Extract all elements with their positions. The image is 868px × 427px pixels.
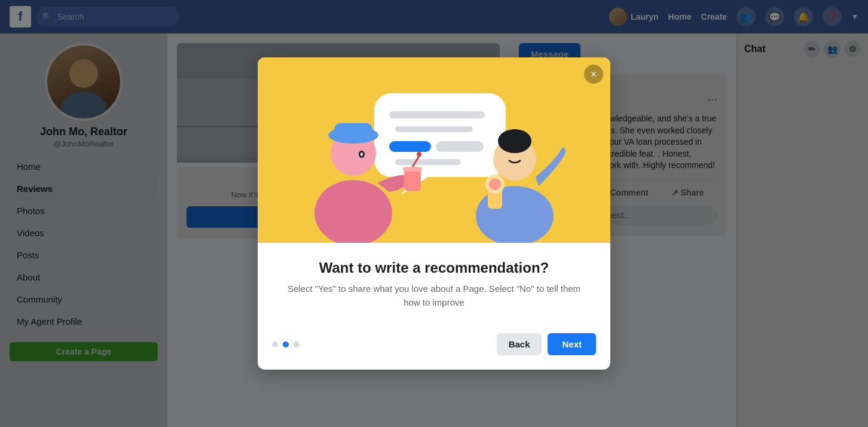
svg-point-21 bbox=[360, 152, 363, 156]
svg-point-16 bbox=[314, 180, 392, 243]
svg-rect-11 bbox=[389, 111, 485, 118]
modal-body: Want to write a recommendation? Select "… bbox=[258, 243, 610, 324]
svg-rect-14 bbox=[436, 141, 484, 152]
recommendation-modal: × bbox=[258, 57, 610, 370]
svg-point-29 bbox=[508, 129, 522, 144]
dot-2 bbox=[283, 341, 289, 347]
modal-footer: Back Next bbox=[258, 324, 610, 370]
svg-point-25 bbox=[417, 152, 421, 157]
svg-rect-23 bbox=[403, 167, 422, 172]
next-button[interactable]: Next bbox=[548, 333, 596, 355]
back-button[interactable]: Back bbox=[497, 333, 542, 355]
pagination-dots bbox=[272, 341, 299, 347]
dot-3 bbox=[294, 341, 299, 347]
modal-overlay: × bbox=[0, 0, 868, 427]
svg-rect-19 bbox=[334, 123, 372, 141]
svg-rect-15 bbox=[395, 159, 461, 165]
svg-rect-12 bbox=[395, 126, 473, 132]
modal-title: Want to write a recommendation? bbox=[282, 260, 586, 276]
dot-1 bbox=[272, 341, 278, 347]
modal-illustration bbox=[258, 57, 610, 243]
modal-actions: Back Next bbox=[497, 333, 596, 355]
svg-point-32 bbox=[489, 178, 501, 190]
svg-rect-13 bbox=[389, 141, 431, 152]
modal-description: Select "Yes" to share what you love abou… bbox=[282, 282, 586, 309]
modal-close-button[interactable]: × bbox=[584, 65, 603, 84]
